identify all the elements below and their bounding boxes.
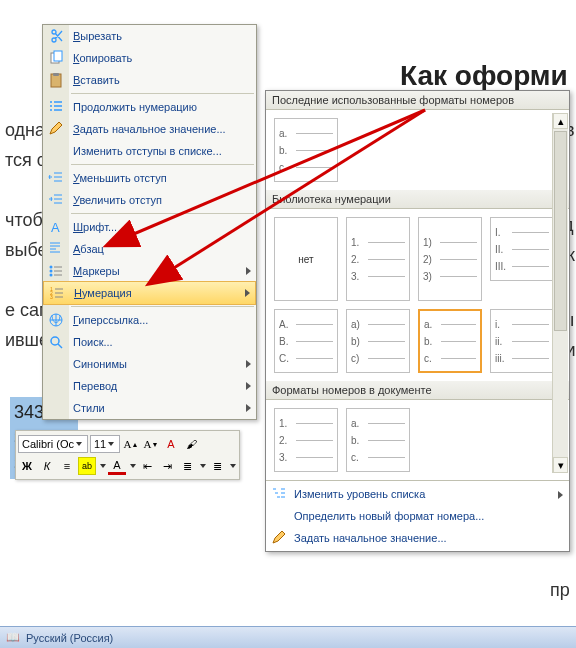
numbering-tile[interactable]: I.II.III.: [490, 217, 554, 281]
menu-item-cut[interactable]: Вырезать: [43, 25, 256, 47]
menu-item-font[interactable]: AШрифт...: [43, 216, 256, 238]
italic-button[interactable]: К: [38, 457, 56, 475]
menu-item-label: Увеличить отступ: [73, 194, 162, 206]
tile-line: b.: [279, 145, 333, 156]
svg-point-6: [50, 270, 53, 273]
tile-line: a.: [424, 319, 476, 330]
decrease-indent-button[interactable]: ⇤: [138, 457, 156, 475]
increase-indent-button[interactable]: ⇥: [158, 457, 176, 475]
numbering-gallery: Последние использованные форматы номеров…: [265, 90, 570, 552]
scroll-thumb[interactable]: [554, 131, 567, 331]
menu-item-label: Синонимы: [73, 358, 127, 370]
submenu-arrow-icon: [246, 360, 251, 368]
numbering-tile-none[interactable]: нет: [274, 217, 338, 301]
menu-item-label: Маркеры: [73, 265, 120, 277]
numbering-tile[interactable]: 1.2.3.: [274, 408, 338, 472]
bold-button[interactable]: Ж: [18, 457, 36, 475]
submenu-arrow-icon: [246, 267, 251, 275]
gallery-bottom-menu: Изменить уровень спискаОпределить новый …: [266, 480, 569, 551]
menu-item-synonyms[interactable]: Синонимы: [43, 353, 256, 375]
numbering-tile[interactable]: i.ii.iii.: [490, 309, 554, 373]
gallery-header-doc: Форматы номеров в документе: [266, 381, 569, 400]
menu-item-translate[interactable]: Перевод: [43, 375, 256, 397]
menu-item-dec-indent[interactable]: Уменьшить отступ: [43, 167, 256, 189]
menu-item-hyperlink[interactable]: Гиперссылка...: [43, 309, 256, 331]
tile-line: A.: [279, 319, 333, 330]
align-center-button[interactable]: ≡: [58, 457, 76, 475]
svg-point-7: [50, 274, 53, 277]
gallery-menu-change-level[interactable]: Изменить уровень списка: [266, 483, 569, 505]
indent-inc-icon: [47, 191, 65, 209]
tile-line: c.: [351, 452, 405, 463]
numbering-tile[interactable]: A.B.C.: [274, 309, 338, 373]
tile-line: i.: [495, 319, 549, 330]
tile-line: b): [351, 336, 405, 347]
menu-item-set-start[interactable]: Задать начальное значение...: [43, 118, 256, 140]
menu-item-styles[interactable]: Стили: [43, 397, 256, 419]
numbering-tile[interactable]: 1.2.3.: [346, 217, 410, 301]
dropdown-icon[interactable]: [130, 464, 136, 468]
submenu-arrow-icon: [558, 491, 563, 499]
dropdown-icon[interactable]: [200, 464, 206, 468]
gallery-recent-grid: a.b.c.: [266, 110, 569, 190]
svg-text:A: A: [51, 220, 60, 235]
menu-separator: [71, 306, 254, 307]
status-language[interactable]: Русский (Россия): [26, 632, 113, 644]
menu-item-paste[interactable]: Вставить: [43, 69, 256, 91]
scroll-up-button[interactable]: ▴: [553, 113, 568, 129]
mini-toolbar: Calibri (Ос 11 A▲ A▼ A 🖌 Ж К ≡ ab A ⇤ ⇥ …: [15, 430, 240, 480]
tile-line: a.: [279, 128, 333, 139]
shrink-font-button[interactable]: A▼: [142, 435, 160, 453]
svg-point-5: [50, 266, 53, 269]
blank-icon: [47, 355, 65, 373]
submenu-arrow-icon: [246, 404, 251, 412]
scroll-down-button[interactable]: ▾: [553, 457, 568, 473]
font-name-combo[interactable]: Calibri (Ос: [18, 435, 88, 453]
numbering-tile[interactable]: a.b.c.: [418, 309, 482, 373]
menu-item-inc-indent[interactable]: Увеличить отступ: [43, 189, 256, 211]
tile-line: 3): [423, 271, 477, 282]
numbering-tile[interactable]: a.b.c.: [274, 118, 338, 182]
menu-item-adjust-indents[interactable]: Изменить отступы в списке...: [43, 140, 256, 162]
highlight-button[interactable]: ab: [78, 457, 96, 475]
font-size-combo[interactable]: 11: [90, 435, 120, 453]
style-a-button[interactable]: A: [162, 435, 180, 453]
numbering-mini-button[interactable]: ≣: [208, 457, 226, 475]
status-bar: 📖 Русский (Россия): [0, 626, 576, 648]
font-color-button[interactable]: A: [108, 457, 126, 475]
blank-icon: [47, 142, 65, 160]
tile-line: a.: [351, 418, 405, 429]
tile-line: C.: [279, 353, 333, 364]
tile-line: III.: [495, 261, 549, 272]
gallery-menu-label: Задать начальное значение...: [294, 532, 447, 544]
gallery-scrollbar[interactable]: ▴ ▾: [552, 113, 568, 473]
numbering-tile[interactable]: a)b)c): [346, 309, 410, 373]
tile-line: 2.: [279, 435, 333, 446]
menu-item-copy[interactable]: Копировать: [43, 47, 256, 69]
format-painter-button[interactable]: 🖌: [182, 435, 200, 453]
dropdown-icon[interactable]: [230, 464, 236, 468]
gallery-menu-set-value[interactable]: Задать начальное значение...: [266, 527, 569, 549]
bullets-button[interactable]: ≣: [178, 457, 196, 475]
tile-line: B.: [279, 336, 333, 347]
menu-item-bullets[interactable]: Маркеры: [43, 260, 256, 282]
menu-item-paragraph[interactable]: Абзац: [43, 238, 256, 260]
menu-item-label: Гиперссылка...: [73, 314, 148, 326]
menu-item-find[interactable]: Поиск...: [43, 331, 256, 353]
grow-font-button[interactable]: A▲: [122, 435, 140, 453]
globe-icon: [47, 311, 65, 329]
menu-item-label: Вырезать: [73, 30, 122, 42]
menu-item-label: Копировать: [73, 52, 132, 64]
dropdown-icon[interactable]: [100, 464, 106, 468]
menu-item-numbering[interactable]: 123Нумерация: [43, 281, 256, 305]
numbering-tile[interactable]: a.b.c.: [346, 408, 410, 472]
doc-frag: одна: [5, 120, 45, 141]
gallery-header-recent: Последние использованные форматы номеров: [266, 91, 569, 110]
gallery-menu-define-format[interactable]: Определить новый формат номера...: [266, 505, 569, 527]
bullets-icon: [47, 262, 65, 280]
tile-line: II.: [495, 244, 549, 255]
numbering-tile[interactable]: 1)2)3): [418, 217, 482, 301]
menu-item-continue-num[interactable]: Продолжить нумерацию: [43, 96, 256, 118]
menu-item-label: Шрифт...: [73, 221, 117, 233]
submenu-arrow-icon: [245, 289, 250, 297]
